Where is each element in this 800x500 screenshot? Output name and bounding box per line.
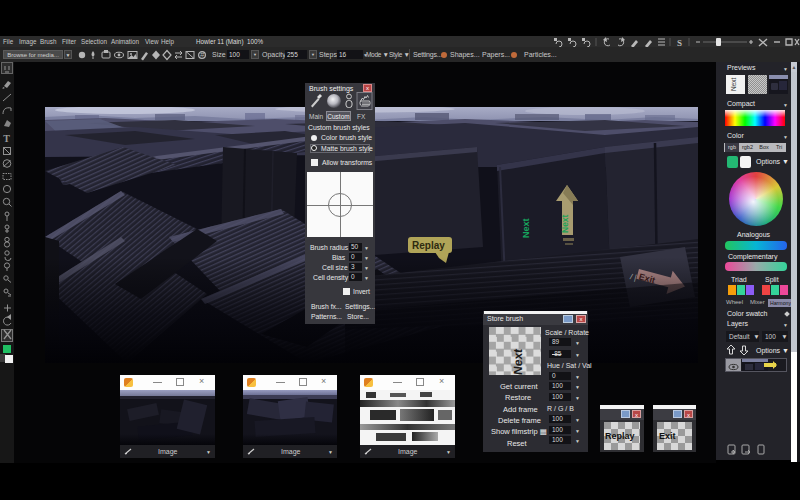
svg-text:T: T — [3, 133, 10, 144]
svg-text:Next: Next — [560, 214, 570, 233]
svg-text:S: S — [677, 38, 682, 48]
svg-text:Replay: Replay — [412, 240, 445, 251]
svg-text:Next: Next — [521, 218, 531, 238]
